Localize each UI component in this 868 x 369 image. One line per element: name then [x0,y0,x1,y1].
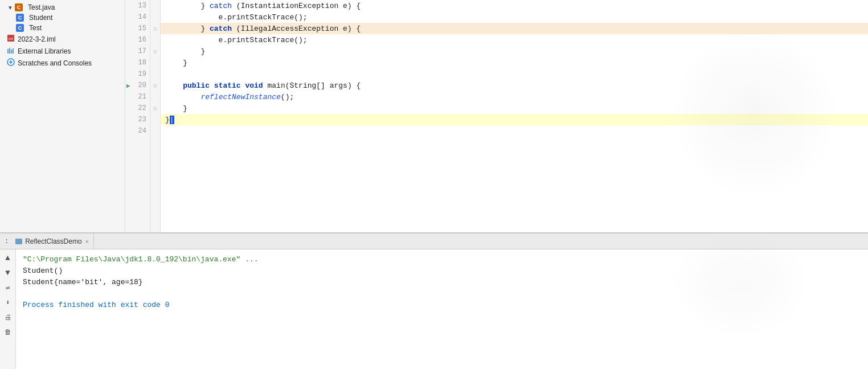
console-line-3: Student{name='bit', age=18} [23,277,861,288]
code-line-17[interactable]: } [161,46,868,57]
code-line-21[interactable]: reflectNewInstance(); [161,91,868,102]
sidebar-item-test[interactable]: C Test [0,23,125,33]
line-num-18: 18 [125,57,150,68]
code-line-14[interactable]: e.printStackTrace(); [161,11,868,23]
code-scroll[interactable]: 13 14 15 16 17 18 19 ▶ 20 21 22 23 24 [125,0,868,232]
line-num-21: 21 [125,91,150,102]
scroll-down-button[interactable]: ▼ [2,266,14,279]
code-text [165,81,183,90]
console-line-5: Process finished with exit code 0 [23,300,861,311]
code-keyword-catch: catch [210,24,232,33]
line-num-15: 15 [125,23,150,34]
line-num-13: 13 [125,0,150,11]
code-text [241,81,245,90]
code-line-24[interactable] [161,125,868,137]
svg-text:iml: iml [9,37,13,40]
soft-wrap-button[interactable]: ⇌ [2,281,14,294]
sidebar: ▼ C Test.java C Student C Test iml [0,0,125,232]
line-num-23: 23 [125,114,150,125]
fold-19 [150,68,160,80]
fold-21 [150,91,160,102]
console-tab-icon [15,239,22,244]
fold-15[interactable]: ◯ [150,23,160,34]
test-label: Test [29,24,42,32]
fold-14 [150,11,160,23]
sidebar-item-test-java[interactable]: ▼ C Test.java [0,2,125,13]
console-line-1: "C:\Program Files\Java\jdk1.8.0_192\bin\… [23,254,861,265]
fold-20[interactable]: ◯ [150,80,160,91]
fold-24 [150,125,160,137]
sidebar-item-scratches[interactable]: Scratches and Consoles [0,57,125,69]
code-line-18[interactable]: } [161,57,868,68]
fold-23 [150,114,160,125]
code-text: } [165,2,210,10]
clear-button[interactable]: 🗑 [2,326,14,338]
scroll-to-end-button[interactable]: ⬇ [2,296,14,309]
code-text [210,81,214,90]
code-text: (IllegalAccessException e) { [232,24,361,33]
main-area: ▼ C Test.java C Student C Test iml [0,0,868,232]
console-line-2: Student() [23,265,861,277]
code-line-20[interactable]: public static void main(String[] args) { [161,80,868,91]
console-line-4 [23,288,861,300]
line-num-14: 14 [125,11,150,23]
code-keyword: catch [210,2,232,10]
tab-prefix: : [5,237,9,245]
code-text: e.printStackTrace(); [165,36,308,44]
console-content: ▲ ▼ ⇌ ⬇ 🖨 🗑 "C:\Program Files\Java\jdk1.… [0,249,868,369]
tree-toggle-test-java[interactable]: ▼ [7,4,14,11]
code-text: main(String[] args) { [263,81,361,90]
svg-rect-3 [9,48,10,54]
fold-indicators: ◯ ◯ ◯ ◯ [150,0,161,232]
code-line-23[interactable]: }| [161,114,868,125]
code-keyword-void: void [245,81,263,90]
sidebar-item-external-libs[interactable]: External Libraries [0,45,125,57]
fold-17[interactable]: ◯ [150,46,160,57]
scroll-up-button[interactable]: ▲ [2,252,14,264]
test-class-icon: C [16,24,24,32]
code-keyword-public: public [183,81,210,90]
code-text: } [165,59,187,67]
svg-rect-4 [11,50,12,54]
code-editor: 13 14 15 16 17 18 19 ▶ 20 21 22 23 24 [125,0,868,232]
print-button[interactable]: 🖨 [2,311,14,323]
scratches-label: Scratches and Consoles [18,59,92,67]
java-file-icon: C [15,3,23,11]
code-text: (); [281,93,294,101]
line-numbers: 13 14 15 16 17 18 19 ▶ 20 21 22 23 24 [125,0,150,232]
sidebar-item-iml[interactable]: iml 2022-3-2.iml [0,33,125,45]
code-line-19[interactable] [161,68,868,80]
code-text: } [165,104,187,113]
fold-22[interactable]: ◯ [150,102,160,114]
code-text: e.printStackTrace(); [165,13,308,22]
code-method: reflectNewInstance [200,93,280,101]
code-keyword-static: static [214,81,241,90]
console-output[interactable]: "C:\Program Files\Java\jdk1.8.0_192\bin\… [16,249,868,369]
code-text: } [165,116,170,124]
console-tab-close[interactable]: × [85,238,89,245]
test-java-label: Test.java [28,3,55,11]
line-num-24: 24 [125,125,150,137]
code-line-15[interactable]: } catch (IllegalAccessException e) { [161,23,868,34]
code-text: } [165,47,205,56]
fold-18 [150,57,160,68]
run-icon[interactable]: ▶ [126,82,130,89]
external-libs-icon [7,46,15,56]
iml-label: 2022-3-2.iml [18,35,56,43]
sidebar-item-student[interactable]: C Student [0,13,125,23]
line-num-22: 22 [125,102,150,114]
student-class-icon: C [16,14,24,22]
code-line-22[interactable]: } [161,102,868,114]
svg-rect-2 [7,49,9,54]
code-line-16[interactable]: e.printStackTrace(); [161,34,868,46]
svg-rect-5 [13,48,14,54]
bottom-tabs: : ReflectClassDemo × [0,233,868,249]
student-label: Student [29,14,52,22]
code-text: } [165,24,210,33]
console-tab[interactable]: ReflectClassDemo × [11,233,94,249]
code-lines[interactable]: } catch (InstantiationException e) { e.p… [161,0,868,232]
code-text [165,93,200,101]
external-libs-label: External Libraries [18,47,71,55]
line-num-16: 16 [125,34,150,46]
code-line-13[interactable]: } catch (InstantiationException e) { [161,0,868,11]
